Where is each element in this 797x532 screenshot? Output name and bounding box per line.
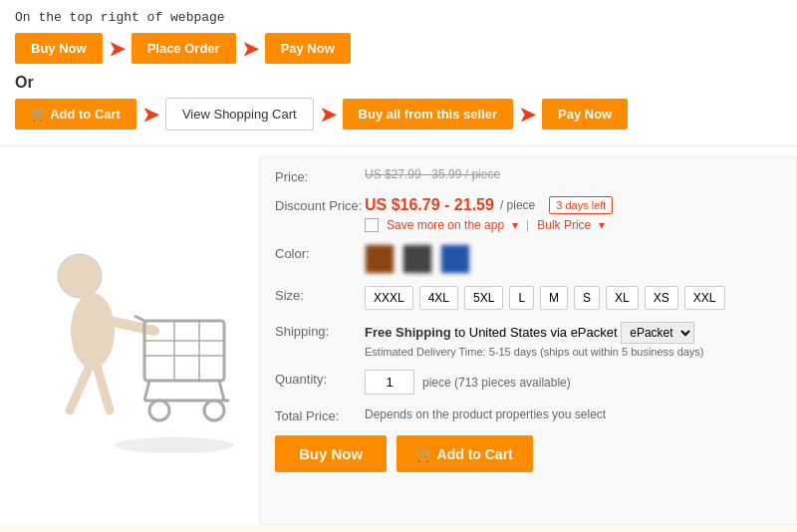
discount-row: Discount Price: US $16.79 - 21.59 / piec… xyxy=(275,196,781,232)
total-price-value: Depends on the product properties you se… xyxy=(365,406,781,421)
save-more-text[interactable]: Save more on the app xyxy=(387,218,504,232)
pieces-available-text: piece (713 pieces available) xyxy=(422,376,571,390)
discount-label: Discount Price: xyxy=(275,196,365,213)
ship-detail-text: Estimated Delivery Time: 5-15 days (ship… xyxy=(365,346,781,358)
svg-line-12 xyxy=(219,381,224,400)
color-swatch-3[interactable] xyxy=(440,244,470,274)
save-dropdown-arrow[interactable]: ▾ xyxy=(512,218,518,232)
product-details: Price: US $27.99 - 35.99 / piece Discoun… xyxy=(259,156,797,525)
shipping-value: Free Shipping to United States via ePack… xyxy=(365,322,781,358)
arrow-icon-1: ➤ xyxy=(109,37,126,61)
bulk-price-link[interactable]: Bulk Price xyxy=(537,218,591,232)
size-button-s[interactable]: S xyxy=(574,286,600,310)
svg-point-1 xyxy=(71,293,115,369)
size-row: Size: XXXL4XL5XLLMSXLXSXXL xyxy=(275,286,781,310)
place-order-button[interactable]: Place Order xyxy=(132,33,236,64)
free-shipping-text: Free Shipping xyxy=(365,325,451,340)
color-swatch-2[interactable] xyxy=(402,244,432,274)
svg-point-0 xyxy=(58,254,102,298)
svg-point-14 xyxy=(149,400,169,420)
pay-now-button-2[interactable]: Pay Now xyxy=(542,99,628,130)
total-price-row: Total Price: Depends on the product prop… xyxy=(275,406,781,423)
size-button-4xl[interactable]: 4XL xyxy=(419,286,458,310)
discount-value: US $16.79 - 21.59 / piece 3 days left Sa… xyxy=(365,196,781,232)
original-price: US $27.99 - 35.99 / piece xyxy=(365,167,781,181)
size-button-xl[interactable]: XL xyxy=(606,286,639,310)
size-button-xxl[interactable]: XXL xyxy=(684,286,725,310)
arrow-icon-3: ➤ xyxy=(142,103,159,127)
price-value: US $27.99 - 35.99 / piece xyxy=(365,167,781,181)
instruction-text: On the top right of webpage xyxy=(15,10,782,25)
shipping-method-select[interactable]: ePacket xyxy=(621,322,694,344)
product-svg xyxy=(25,226,234,455)
price-label: Price: xyxy=(275,167,365,184)
quantity-input[interactable] xyxy=(365,370,414,395)
svg-line-10 xyxy=(134,316,144,321)
shipping-row: Shipping: Free Shipping to United States… xyxy=(275,322,781,358)
buy-all-seller-button[interactable]: Buy all from this seller xyxy=(343,99,513,130)
total-price-text: Depends on the product properties you se… xyxy=(365,407,606,421)
save-more-row: Save more on the app ▾ | Bulk Price ▾ xyxy=(365,218,781,232)
flow1-row: Buy Now ➤ Place Order ➤ Pay Now xyxy=(15,33,782,64)
price-row: Price: US $27.99 - 35.99 / piece xyxy=(275,167,781,184)
pay-now-button-1[interactable]: Pay Now xyxy=(265,33,351,64)
days-left-badge: 3 days left xyxy=(549,196,613,214)
wishlist-row: IF you like it! Chick here~ ♡ Add to Wis… xyxy=(0,525,797,532)
svg-line-3 xyxy=(70,366,90,410)
arrow-icon-2: ➤ xyxy=(242,37,259,61)
svg-point-16 xyxy=(115,437,234,453)
size-button-5xl[interactable]: 5XL xyxy=(464,286,503,310)
size-buttons-container: XXXL4XL5XLLMSXLXSXXL xyxy=(365,286,781,310)
product-section: Price: US $27.99 - 35.99 / piece Discoun… xyxy=(0,145,797,525)
quantity-row: Quantity: piece (713 pieces available) xyxy=(275,370,781,395)
view-shopping-cart-button[interactable]: View Shopping Cart xyxy=(165,98,314,131)
or-label: Or xyxy=(15,74,782,92)
size-button-xxxl[interactable]: XXXL xyxy=(365,286,413,310)
per-piece: / piece xyxy=(500,198,535,212)
discount-price: US $16.79 - 21.59 xyxy=(365,196,494,214)
cart-figure xyxy=(10,166,249,515)
shipping-label: Shipping: xyxy=(275,322,365,339)
bulk-dropdown-arrow[interactable]: ▾ xyxy=(599,218,605,232)
buy-now-button-1[interactable]: Buy Now xyxy=(15,33,103,64)
quantity-value-container: piece (713 pieces available) xyxy=(365,370,781,395)
arrow-icon-5: ➤ xyxy=(519,103,536,127)
svg-line-4 xyxy=(97,366,110,410)
size-label: Size: xyxy=(275,286,365,303)
ship-to-text: to United States via ePacket xyxy=(454,325,617,340)
arrow-icon-4: ➤ xyxy=(320,103,337,127)
total-price-label: Total Price: xyxy=(275,406,365,423)
size-button-m[interactable]: M xyxy=(540,286,568,310)
color-swatch-1[interactable] xyxy=(365,244,395,274)
product-image-container xyxy=(0,156,259,525)
add-to-cart-button-flow[interactable]: 🛒 Add to Cart xyxy=(15,99,136,130)
flow2-row: 🛒 Add to Cart ➤ View Shopping Cart ➤ Buy… xyxy=(15,98,782,131)
size-button-l[interactable]: L xyxy=(509,286,534,310)
color-row: Color: xyxy=(275,244,781,274)
add-to-cart-button-product[interactable]: 🛒 Add to Cart xyxy=(397,435,533,472)
svg-point-15 xyxy=(204,400,224,420)
size-button-xs[interactable]: XS xyxy=(645,286,678,310)
buy-now-button-product[interactable]: Buy Now xyxy=(275,435,387,472)
svg-line-11 xyxy=(144,381,149,400)
quantity-label: Quantity: xyxy=(275,370,365,387)
save-checkbox[interactable] xyxy=(365,218,379,232)
color-swatches xyxy=(365,244,781,274)
action-buttons: Buy Now 🛒 Add to Cart xyxy=(275,435,781,472)
color-label: Color: xyxy=(275,244,365,261)
